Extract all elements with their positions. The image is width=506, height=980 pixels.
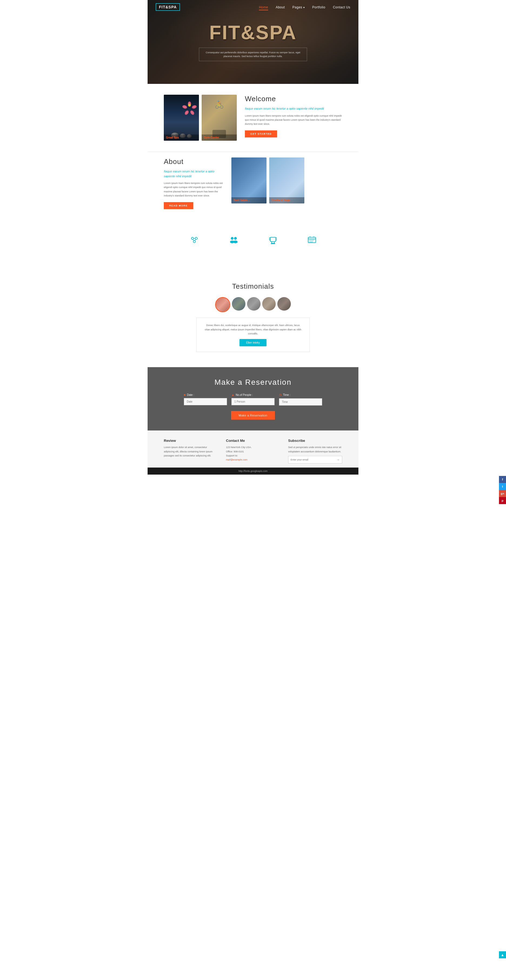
svg-point-2 <box>193 240 195 243</box>
svg-point-1 <box>195 237 197 239</box>
svg-point-0 <box>191 237 194 239</box>
stat-projects <box>190 236 198 247</box>
about-heading: About <box>164 158 223 166</box>
time-group: ◷ Time : <box>279 393 322 406</box>
people-input[interactable] <box>232 398 274 405</box>
hero-subtitle: Consequatur aut perferendis doloribus as… <box>205 51 301 59</box>
hero-title: FIT&SPA <box>199 23 307 42</box>
date-input[interactable] <box>184 398 227 405</box>
yoga-label-text: Zumba & Yoga <box>271 199 302 202</box>
salon-label: Best Salon... <box>232 197 266 204</box>
yoga-label-suffix: Yoga <box>283 199 290 202</box>
gym-cyclist-icon: 🚴 <box>215 100 224 109</box>
spa-card: Great Spa <box>164 95 199 141</box>
get-started-button[interactable]: GET STARTED <box>245 130 277 137</box>
about-section: About Itaque earum rerum hic tenetur a o… <box>148 152 358 220</box>
testimonial-name-button[interactable]: Ellen leteky <box>240 339 266 346</box>
salon-label-text: Best Salon... <box>233 199 264 202</box>
date-group: ■ Date : <box>184 393 227 406</box>
testimonials-section: Testimonials Donec libero dui, scelerisq… <box>148 271 358 367</box>
svg-rect-14 <box>276 238 277 240</box>
experience-icon <box>308 236 316 245</box>
welcome-images: Great Spa 🚴 Gym Center <box>164 95 237 141</box>
make-reservation-button[interactable]: Make a Reservation <box>231 411 275 420</box>
welcome-heading: Welcome <box>245 95 342 103</box>
read-more-button[interactable]: READ MORE <box>164 202 193 209</box>
gym-label-prefix: Gym <box>204 136 210 139</box>
spacer-2 <box>148 255 358 263</box>
nav-contact[interactable]: Contact Us <box>333 5 350 9</box>
welcome-text: Welcome Itaque earum rerum hic tenetur a… <box>245 95 342 137</box>
spa-label: Great Spa <box>164 134 199 141</box>
welcome-body: Lorem ipsum Nam libero tempore cum solut… <box>245 114 342 126</box>
avatar-img-2 <box>232 297 246 310</box>
salon-label-suffix: Salon... <box>240 199 250 202</box>
clients-icon <box>230 236 238 245</box>
salon-label-prefix: Best <box>233 199 240 202</box>
salon-card: Best Salon... <box>232 158 266 204</box>
yoga-card: Zumba & Yoga <box>269 158 305 204</box>
people-label-text: No.of People : <box>236 393 253 396</box>
testimonial-box: Donec libero dui, scelerisque ac augue i… <box>196 318 310 352</box>
time-input[interactable] <box>279 398 322 406</box>
svg-point-9 <box>233 240 238 243</box>
about-images: Best Salon... Zumba & Yoga <box>232 158 342 204</box>
footer-bottom-text: http://fonts.googleapis.com <box>238 470 268 473</box>
avatar-4[interactable] <box>262 297 276 310</box>
person-icon: ▲ <box>232 393 234 396</box>
footer-support-label: Support to: mail@example.com <box>226 454 280 462</box>
icons-bar <box>148 228 358 255</box>
nav-pages[interactable]: Pages <box>292 5 305 9</box>
footer-subscribe-heading: Subscribe <box>288 439 342 443</box>
nav-home[interactable]: Home <box>259 5 268 10</box>
avatar-img-5 <box>277 297 291 310</box>
projects-icon <box>190 236 198 246</box>
footer-review-heading: Review <box>164 439 218 443</box>
gym-card: 🚴 Gym Center <box>201 95 237 141</box>
about-text: About Itaque earum rerum hic tenetur a o… <box>164 158 223 209</box>
footer: Review Lorem ipsum dolor sit amet, conse… <box>148 431 358 468</box>
subscribe-button[interactable]: → <box>335 456 342 463</box>
welcome-italic: Itaque earum rerum hic tenetur a optio s… <box>245 107 342 111</box>
spa-bg <box>164 95 199 141</box>
nav-portfolio[interactable]: Portfolio <box>312 5 325 9</box>
footer-support-email[interactable]: mail@example.com <box>226 458 280 462</box>
avatar-img-3 <box>247 297 260 310</box>
avatar-img-1 <box>216 298 230 312</box>
spa-label-suffix: Spa <box>173 136 179 139</box>
gym-label-suffix: Center <box>210 136 219 139</box>
gym-bg: 🚴 <box>201 95 237 141</box>
nav-about[interactable]: About <box>276 5 285 9</box>
logo[interactable]: FIT&SPA <box>156 3 180 11</box>
reservation-section: Make a Reservation ■ Date : ▲ No.of Peop… <box>148 367 358 431</box>
footer-contact-heading: Contact Me <box>226 439 280 443</box>
avatar-1[interactable] <box>215 297 230 312</box>
testimonials-heading: Testimonials <box>164 282 342 291</box>
date-label: ■ Date : <box>184 393 194 396</box>
clock-icon: ◷ <box>279 393 282 397</box>
reservation-heading: Make a Reservation <box>164 378 342 387</box>
footer-contact: Contact Me 123 NewYork City USA. Office:… <box>226 439 280 463</box>
time-label: ◷ Time : <box>279 393 290 397</box>
yoga-label: Zumba & Yoga <box>269 197 305 204</box>
stat-experience <box>308 236 316 247</box>
footer-address: 123 NewYork City USA. <box>226 445 280 449</box>
email-input[interactable] <box>289 457 335 463</box>
footer-subscribe: Subscribe Sed ut perspiciatis unde omnis… <box>288 439 342 463</box>
flower-icon <box>186 102 194 110</box>
svg-rect-10 <box>270 237 276 242</box>
avatar-3[interactable] <box>247 297 260 310</box>
testimonial-text: Donec libero dui, scelerisque ac augue i… <box>205 323 301 336</box>
gym-label-text: Gym Center <box>204 136 235 139</box>
awards-icon <box>269 236 277 246</box>
yoga-label-prefix: Zumba & <box>271 199 283 202</box>
hero-content: FIT&SPA Consequatur aut perferendis dolo… <box>199 23 307 61</box>
avatar-5[interactable] <box>277 297 291 310</box>
avatar-img-4 <box>262 297 276 310</box>
footer-office: Office: 908-0101 <box>226 450 280 454</box>
avatar-2[interactable] <box>232 297 246 310</box>
stat-clients <box>230 236 238 247</box>
spacer-3 <box>148 263 358 271</box>
spa-label-prefix: Great <box>166 136 173 139</box>
svg-point-7 <box>234 237 237 240</box>
